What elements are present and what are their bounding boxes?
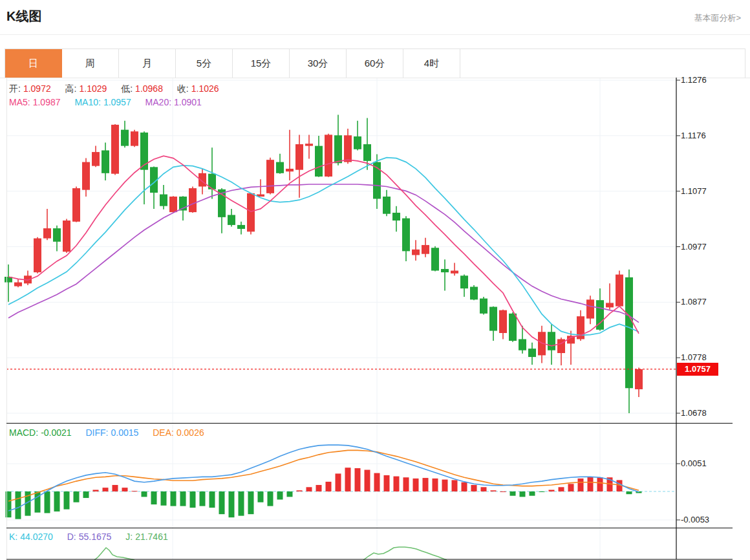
tab-15分[interactable]: 15分 <box>233 49 290 78</box>
macd-label: MACD: <box>9 427 38 438</box>
ma5-value: 1.0987 <box>33 97 61 107</box>
open-label: 开: <box>9 83 21 94</box>
page-title: K线图 <box>6 8 41 25</box>
j-value: 21.7461 <box>135 532 168 542</box>
y-axis-label: 1.1176 <box>681 131 706 140</box>
y-axis-label: 0.0051 <box>681 458 707 468</box>
k-label: K: <box>9 532 17 542</box>
d-value: 55.1675 <box>79 532 112 542</box>
y-axis-label: 1.1077 <box>681 186 707 196</box>
chart-canvas[interactable] <box>0 78 750 560</box>
y-axis-label: 1.0678 <box>681 408 707 418</box>
ma20-value: 1.0901 <box>174 97 202 107</box>
tab-60分[interactable]: 60分 <box>347 49 403 78</box>
high-label: 高: <box>65 83 77 94</box>
low-label: 低: <box>121 83 133 94</box>
tab-周[interactable]: 周 <box>62 49 119 78</box>
tab-4时[interactable]: 4时 <box>403 49 460 78</box>
d-label: D: <box>67 532 76 542</box>
diff-value: 0.0015 <box>111 427 139 438</box>
tab-bar: 日周月5分15分30分60分4时 <box>5 48 745 78</box>
close-value: 1.1026 <box>191 83 219 94</box>
y-axis-label: 1.0977 <box>681 242 707 252</box>
k-value: 44.0270 <box>20 532 53 542</box>
low-value: 1.0968 <box>135 83 163 94</box>
kline-chart[interactable] <box>0 78 750 560</box>
tab-月[interactable]: 月 <box>119 49 176 78</box>
open-value: 1.0972 <box>23 83 51 94</box>
y-axis-label: 1.0778 <box>681 352 707 362</box>
tab-30分[interactable]: 30分 <box>290 49 347 78</box>
ma10-value: 1.0957 <box>103 97 131 107</box>
y-axis-label: 1.0877 <box>681 297 707 307</box>
j-label: J: <box>125 532 133 542</box>
dea-label: DEA: <box>153 427 174 438</box>
ma-legend: MA5:1.0987 MA10:1.0957 MA20:1.0901 <box>9 97 204 107</box>
ma5-label: MA5: <box>9 97 30 107</box>
macd-value: -0.0021 <box>41 427 71 438</box>
high-value: 1.1029 <box>80 83 107 94</box>
dea-value: 0.0026 <box>177 427 204 438</box>
y-axis-label: -0.0053 <box>681 515 709 524</box>
kdj-legend: K:44.0270 D:55.1675 J:21.7461 <box>9 532 171 542</box>
macd-legend: MACD:-0.0021 DIFF:0.0015 DEA:0.0026 <box>9 427 207 438</box>
title-divider <box>0 34 750 35</box>
y-axis-label: 1.1276 <box>681 75 707 85</box>
fundamental-analysis-link[interactable]: 基本面分析> <box>694 12 741 24</box>
ma20-label: MA20: <box>145 97 171 107</box>
close-label: 收: <box>177 83 189 94</box>
diff-label: DIFF: <box>86 427 109 438</box>
tab-5分[interactable]: 5分 <box>176 49 233 78</box>
kline-legend: 开:1.0972 高:1.1029 低:1.0968 收:1.1026 <box>9 83 222 95</box>
tab-日[interactable]: 日 <box>5 49 62 78</box>
current-price-badge: 1.0757 <box>677 363 718 376</box>
ma10-label: MA10: <box>74 97 100 107</box>
